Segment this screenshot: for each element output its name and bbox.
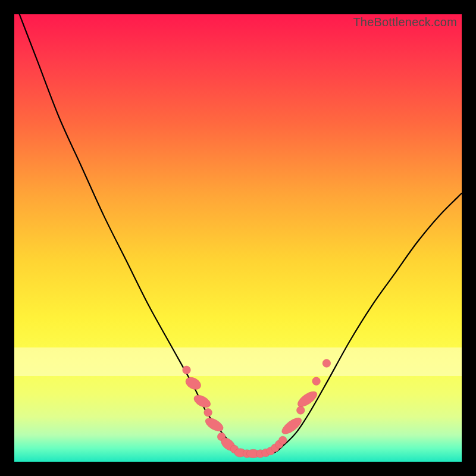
watermark-text: TheBottleneck.com (353, 15, 457, 29)
chart-gradient-background (14, 14, 462, 462)
chart-frame: TheBottleneck.com (14, 14, 462, 462)
